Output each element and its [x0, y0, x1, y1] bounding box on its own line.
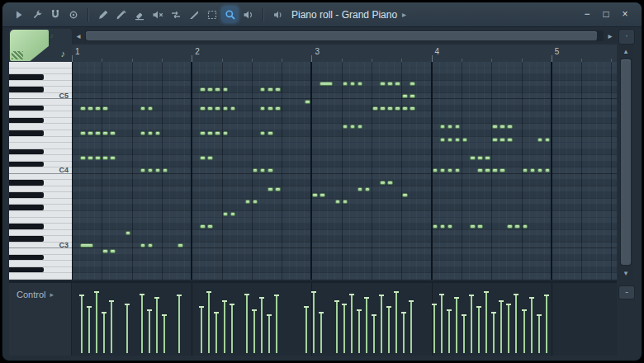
note[interactable] — [545, 168, 551, 172]
note[interactable] — [88, 131, 93, 135]
velocity-bar[interactable] — [96, 293, 97, 353]
note[interactable] — [95, 156, 101, 160]
note[interactable] — [500, 168, 505, 172]
velocity-bar-cap[interactable] — [462, 314, 466, 316]
velocity-bar-cap[interactable] — [357, 309, 362, 311]
note[interactable] — [320, 193, 325, 197]
velocity-bar-cap[interactable] — [319, 312, 324, 314]
note[interactable] — [350, 82, 356, 86]
note[interactable] — [312, 193, 318, 197]
velocity-bar[interactable] — [500, 302, 502, 353]
velocity-bar[interactable] — [395, 293, 397, 353]
note[interactable] — [253, 200, 258, 204]
note[interactable] — [215, 131, 220, 135]
velocity-bar[interactable] — [538, 316, 540, 353]
white-key[interactable] — [9, 248, 72, 255]
velocity-bar-cap[interactable] — [244, 294, 249, 295]
note[interactable] — [433, 168, 438, 172]
velocity-bar[interactable] — [224, 302, 225, 353]
scroll-left-button[interactable]: ◂ — [72, 29, 85, 43]
vertical-scrollbar[interactable]: ▴ ▾ — [618, 45, 633, 280]
white-key[interactable] — [9, 143, 72, 149]
velocity-bar[interactable] — [149, 311, 150, 353]
velocity-bar[interactable] — [433, 305, 435, 353]
note[interactable] — [410, 82, 415, 86]
white-key[interactable]: C4 — [9, 167, 72, 174]
velocity-bar[interactable] — [546, 296, 547, 353]
scroll-down-button[interactable]: ▾ — [618, 266, 633, 280]
white-key[interactable] — [9, 111, 72, 118]
velocity-bar[interactable] — [231, 305, 233, 353]
velocity-bar-cap[interactable] — [162, 314, 167, 316]
white-key[interactable]: C5 — [9, 93, 72, 100]
horizontal-scrollbar[interactable]: ◂ ▸ — [72, 29, 617, 43]
note[interactable] — [523, 168, 528, 172]
velocity-bar[interactable] — [313, 293, 315, 353]
note[interactable] — [80, 156, 86, 160]
note[interactable] — [275, 106, 281, 111]
note[interactable] — [402, 193, 408, 197]
note[interactable] — [207, 106, 213, 111]
white-key[interactable] — [9, 124, 72, 130]
white-key[interactable] — [9, 261, 72, 267]
velocity-bar[interactable] — [463, 316, 465, 353]
draw-icon[interactable] — [95, 7, 111, 22]
note[interactable] — [110, 249, 116, 253]
black-key[interactable] — [9, 224, 72, 230]
note[interactable] — [387, 106, 393, 111]
note[interactable] — [200, 156, 206, 160]
velocity-bar[interactable] — [478, 308, 480, 353]
velocity-lane[interactable] — [72, 283, 617, 356]
black-key[interactable] — [9, 267, 72, 274]
velocity-bar-cap[interactable] — [544, 295, 549, 296]
note[interactable] — [223, 87, 229, 92]
velocity-bar-cap[interactable] — [206, 291, 211, 293]
velocity-bar[interactable] — [320, 314, 322, 353]
note[interactable] — [523, 224, 528, 229]
white-key[interactable] — [9, 199, 72, 205]
velocity-bar[interactable] — [403, 314, 405, 353]
velocity-bar-cap[interactable] — [102, 312, 107, 314]
black-key[interactable] — [9, 255, 72, 262]
note[interactable] — [102, 156, 108, 160]
note[interactable] — [207, 131, 213, 135]
velocity-bar-cap[interactable] — [469, 295, 474, 296]
velocity-bar-cap[interactable] — [537, 314, 542, 316]
titlebar[interactable]: Piano roll - Grand Piano ▸ − □ × — [2, 2, 642, 27]
note[interactable] — [372, 106, 378, 111]
note[interactable] — [140, 243, 146, 248]
note[interactable] — [485, 156, 490, 160]
note[interactable] — [110, 131, 116, 135]
note[interactable] — [537, 138, 543, 142]
white-key[interactable] — [9, 137, 72, 144]
velocity-bar[interactable] — [126, 305, 128, 353]
note[interactable] — [530, 168, 536, 172]
velocity-bar-cap[interactable] — [311, 291, 316, 293]
note[interactable] — [514, 224, 520, 229]
select-icon[interactable] — [204, 7, 220, 22]
horizontal-scroll-track[interactable] — [85, 31, 604, 41]
note[interactable] — [88, 156, 93, 160]
note[interactable] — [380, 181, 386, 185]
note[interactable] — [402, 106, 408, 111]
note[interactable] — [102, 249, 108, 253]
velocity-bar[interactable] — [201, 308, 202, 353]
note[interactable] — [358, 82, 363, 86]
maximize-button[interactable]: □ — [598, 7, 614, 21]
delete-icon[interactable] — [131, 7, 147, 22]
control-panel-header[interactable]: Control ▸ — [9, 283, 72, 356]
velocity-bar[interactable] — [208, 293, 210, 353]
velocity-bar[interactable] — [366, 299, 367, 353]
velocity-bar-cap[interactable] — [432, 304, 437, 305]
note[interactable] — [380, 82, 386, 86]
note[interactable] — [102, 106, 108, 111]
velocity-bar[interactable] — [141, 295, 143, 353]
note-grid[interactable] — [72, 62, 617, 280]
note[interactable] — [410, 106, 415, 111]
note[interactable] — [268, 187, 273, 191]
velocity-bar[interactable] — [246, 295, 248, 353]
close-button[interactable]: × — [617, 7, 633, 21]
note[interactable] — [207, 87, 213, 92]
velocity-bar-cap[interactable] — [222, 300, 227, 302]
note[interactable] — [305, 100, 310, 104]
